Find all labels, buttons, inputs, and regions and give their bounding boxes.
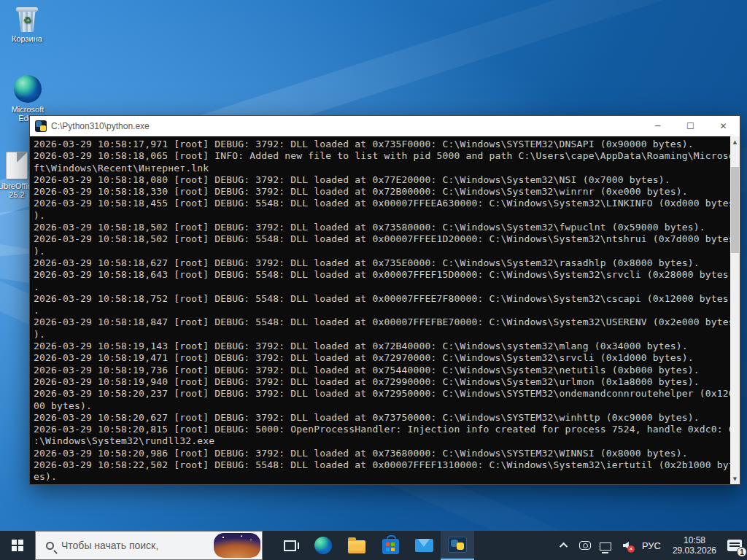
python-app-icon [35,120,47,132]
maximize-button[interactable]: ☐ [674,116,707,136]
console-line: 2026-03-29 10:58:19,471 [root] DEBUG: 37… [34,352,730,364]
clock-date: 29.03.2026 [673,545,716,556]
tray-expand-button[interactable] [554,531,575,560]
console-line: 2026-03-29 10:58:18,455 [root] DEBUG: 55… [34,198,730,209]
window-title: C:\Python310\python.exe [51,121,641,131]
notification-count-badge: 1 [737,547,747,557]
console-line: 2026-03-29 10:58:19,736 [root] DEBUG: 37… [34,365,730,376]
action-center-button[interactable]: 1 [722,531,747,560]
edge-icon [314,537,332,554]
meet-now-icon [579,541,591,550]
console-line: 2026-03-29 10:58:18,330 [root] DEBUG: 37… [34,186,730,198]
windows-logo-icon [12,540,23,551]
console-line: 2026-03-29 10:58:20,986 [root] DEBUG: 37… [34,448,730,459]
console-line: 2026-03-29 10:58:19,143 [root] DEBUG: 37… [34,341,730,352]
chevron-up-icon [560,542,568,551]
mail-icon [415,539,433,552]
console-line: ). [34,210,730,222]
console-line: ). [34,329,730,341]
taskbar-item-edge[interactable] [306,531,340,560]
language-indicator[interactable]: РУС [636,540,667,551]
taskbar-item-python-console[interactable] [441,531,474,560]
scroll-up-arrow-icon[interactable]: ▲ [730,136,740,147]
minimize-button[interactable]: ─ [641,116,674,136]
tray-network[interactable] [595,531,616,560]
console-line: ). [34,246,730,257]
tray-meet-now[interactable] [575,531,595,560]
desktop-icon-label: Корзина [0,34,54,43]
window-titlebar[interactable]: C:\Python310\python.exe ─ ☐ ✕ [30,116,740,136]
network-icon [600,542,611,551]
scroll-down-arrow-icon[interactable]: ▼ [730,473,740,484]
taskbar-item-mail[interactable] [407,531,441,560]
console-line: 2026-03-29 10:58:18,502 [root] DEBUG: 55… [34,233,730,245]
console-output[interactable]: 2026-03-29 10:58:17,971 [root] DEBUG: 37… [30,136,730,484]
task-view-icon [284,540,296,551]
close-button[interactable]: ✕ [707,116,740,136]
search-placeholder: Чтобы начать поиск, [61,540,158,551]
console-line: . [34,281,730,293]
taskbar-item-file-explorer[interactable] [340,531,374,560]
console-line: 2026-03-29 10:58:20,237 [root] DEBUG: 37… [34,388,730,400]
console-line: 2026-03-29 10:58:18,502 [root] DEBUG: 37… [34,222,730,233]
console-line: 2026-03-29 10:58:18,065 [root] INFO: Add… [34,150,730,162]
search-highlight-image[interactable] [214,533,260,558]
console-line: 2026-03-29 10:58:20,815 [root] DEBUG: 50… [34,424,730,435]
taskbar-item-store[interactable] [374,531,407,560]
task-view-button[interactable] [273,531,306,560]
console-line: :\Windows\System32\rundll32.exe [34,435,730,447]
console-line: 2026-03-29 10:58:18,643 [root] DEBUG: 55… [34,269,730,281]
console-line: 2026-03-29 10:58:17,971 [root] DEBUG: 37… [34,139,730,150]
taskbar-clock[interactable]: 10:58 29.03.2026 [667,535,722,556]
file-explorer-icon [348,540,365,553]
search-input[interactable]: Чтобы начать поиск, [35,531,263,560]
python-console-icon [448,537,467,553]
console-line: 2026-03-29 10:58:19,940 [root] DEBUG: 37… [34,376,730,388]
recycle-bin-icon: ♻ [0,7,54,32]
scrollbar-thumb[interactable] [731,167,739,253]
console-line: 2026-03-29 10:58:22,502 [root] DEBUG: 55… [34,459,730,471]
console-window: C:\Python310\python.exe ─ ☐ ✕ 2026-03-29… [29,115,740,485]
console-line: ft\Windows\Recent\Интернет.lnk [34,163,730,174]
document-icon [6,152,28,179]
start-button[interactable] [0,531,35,560]
vertical-scrollbar[interactable]: ▲ ▼ [730,136,740,484]
console-line: es). [34,471,730,483]
console-line: 2026-03-29 10:58:20,627 [root] DEBUG: 37… [34,412,730,424]
microsoft-store-icon [382,539,399,554]
console-line: 00 bytes). [34,400,730,412]
desktop-icon-recycle-bin[interactable]: ♻ Корзина [0,7,54,43]
console-line: 2026-03-29 10:58:18,627 [root] DEBUG: 37… [34,257,730,269]
console-line: 2026-03-29 10:58:18,752 [root] DEBUG: 55… [34,293,730,305]
edge-icon [14,75,42,103]
tray-volume[interactable]: × [616,531,636,560]
console-line: 2026-03-29 10:58:18,080 [root] DEBUG: 37… [34,174,730,186]
taskbar: Чтобы начать поиск, × РУС 10:58 [0,531,747,560]
console-line: . [34,305,730,316]
console-line: 2026-03-29 10:58:18,847 [root] DEBUG: 55… [34,316,730,328]
clock-time: 10:58 [673,535,716,545]
volume-muted-badge-icon: × [627,545,635,553]
search-icon [46,542,54,550]
